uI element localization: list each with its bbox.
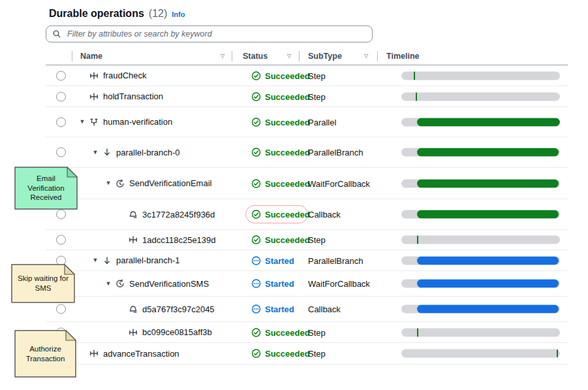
status-badge: Started bbox=[251, 279, 294, 289]
success-circle-icon bbox=[251, 210, 261, 219]
status-badge: Succeeded bbox=[251, 349, 310, 359]
status-label: Succeeded bbox=[265, 178, 310, 188]
operation-name: holdTransaction bbox=[103, 91, 163, 101]
table-row[interactable]: ▼ SendVerificationEmail Succeeded WaitFo… bbox=[46, 168, 568, 199]
step-icon bbox=[89, 71, 99, 81]
status-badge: Succeeded bbox=[251, 210, 310, 219]
expand-toggle-icon[interactable]: ▼ bbox=[104, 180, 112, 186]
subtype-label: Parallel bbox=[308, 117, 336, 127]
filter-box[interactable] bbox=[46, 25, 373, 42]
table-row[interactable]: ▼ advanceTransaction Succeeded Step bbox=[46, 343, 568, 365]
callback-wait-icon bbox=[115, 278, 125, 289]
callback-icon bbox=[128, 209, 138, 219]
expand-toggle-icon[interactable]: ▼ bbox=[91, 150, 99, 155]
table-row[interactable]: ▼ human-verification Succeeded Parallel bbox=[46, 107, 568, 137]
operation-name: 3c1772a8245f936d bbox=[142, 210, 215, 219]
table-row[interactable]: ▼ fraudCheck Succeeded Step bbox=[46, 65, 568, 86]
operation-name: parallel-branch-0 bbox=[116, 148, 180, 157]
expand-toggle-icon[interactable]: ▼ bbox=[91, 257, 99, 263]
operation-name: SendVerificationEmail bbox=[129, 178, 211, 188]
operation-name: human-verification bbox=[103, 117, 172, 127]
status-badge: Started bbox=[251, 304, 294, 314]
timeline-track bbox=[401, 305, 560, 314]
subtype-label: WaitForCallback bbox=[308, 178, 370, 188]
info-link[interactable]: Info bbox=[172, 10, 185, 18]
timeline-event-tick bbox=[416, 92, 417, 101]
success-circle-icon bbox=[251, 148, 261, 157]
subtype-label: ParallelBranch bbox=[308, 255, 364, 265]
column-header-name[interactable]: Name bbox=[80, 52, 102, 61]
expand-toggle-icon[interactable]: ▼ bbox=[104, 281, 112, 287]
annotation-note-text: Email Verification Received bbox=[14, 167, 78, 210]
sort-status-icon[interactable]: ▽ bbox=[287, 54, 291, 59]
success-circle-icon bbox=[251, 349, 261, 359]
filter-input[interactable] bbox=[66, 29, 366, 39]
annotation-note-text: Skip waiting for SMS bbox=[11, 264, 75, 303]
subtype-label: Step bbox=[308, 327, 326, 337]
timeline-progress-bar bbox=[417, 256, 558, 265]
timeline-track bbox=[401, 148, 560, 157]
timeline-track bbox=[401, 280, 560, 288]
success-circle-icon bbox=[251, 327, 261, 337]
timeline-track bbox=[401, 328, 560, 336]
in-progress-circle-icon bbox=[251, 255, 261, 265]
timeline-track bbox=[401, 179, 560, 187]
timeline-track bbox=[401, 118, 560, 126]
subtype-label: ParallelBranch bbox=[308, 148, 364, 157]
status-label: Started bbox=[265, 279, 294, 289]
status-badge: Succeeded bbox=[251, 235, 310, 245]
subtype-label: Step bbox=[308, 71, 326, 80]
subtype-label: Step bbox=[308, 91, 326, 101]
table-row[interactable]: ▼ d5a767f3c97c2045 Started Callback bbox=[46, 297, 568, 322]
table-row[interactable]: ▼ holdTransaction Succeeded Step bbox=[46, 86, 568, 107]
timeline-event-tick bbox=[417, 328, 418, 336]
table-row[interactable]: ▼ 1adcc118c25e139d Succeeded Step bbox=[46, 230, 568, 250]
timeline-progress-bar bbox=[417, 305, 558, 314]
operation-name: parallel-branch-1 bbox=[116, 255, 180, 265]
subtype-label: WaitForCallback bbox=[308, 279, 370, 289]
status-label: Succeeded bbox=[265, 71, 310, 80]
column-header-subtype[interactable]: SubType bbox=[308, 52, 342, 61]
table-row[interactable]: ▼ SendVerificationSMS Started WaitForCal… bbox=[46, 271, 568, 297]
callback-wait-icon bbox=[115, 178, 125, 189]
success-circle-icon bbox=[251, 178, 261, 188]
operation-name: SendVerificationSMS bbox=[129, 279, 209, 289]
timeline-progress-bar bbox=[417, 148, 558, 157]
in-progress-circle-icon bbox=[251, 279, 261, 289]
annotation-note-skip-sms: Skip waiting for SMS bbox=[11, 264, 75, 303]
status-label: Succeeded bbox=[265, 349, 310, 359]
sort-name-icon[interactable]: ▽ bbox=[221, 54, 224, 59]
table-row[interactable]: ▼ parallel-branch-0 Succeeded ParallelBr… bbox=[46, 137, 568, 168]
table-row[interactable]: ▼ bc099ce0815aff3b Succeeded Step bbox=[46, 322, 568, 343]
header-divider bbox=[377, 51, 378, 61]
step-icon bbox=[89, 348, 99, 359]
step-icon bbox=[128, 235, 138, 245]
status-label: Succeeded bbox=[265, 117, 310, 127]
timeline-track bbox=[401, 210, 560, 219]
step-icon bbox=[89, 91, 99, 102]
operation-name: fraudCheck bbox=[103, 71, 146, 80]
column-header-status[interactable]: Status bbox=[243, 52, 268, 61]
timeline-event-tick bbox=[417, 236, 418, 244]
header-divider bbox=[232, 51, 232, 61]
table-row[interactable]: ▼ parallel-branch-1 Started ParallelBran… bbox=[46, 250, 568, 271]
timeline-track bbox=[401, 256, 560, 265]
timeline-track bbox=[401, 92, 560, 101]
table-row[interactable]: ▼ 3c1772a8245f936d Succeeded Callback bbox=[46, 199, 568, 230]
timeline-event-tick bbox=[557, 349, 558, 358]
subtype-label: Step bbox=[308, 235, 326, 245]
expand-toggle-icon[interactable]: ▼ bbox=[78, 119, 86, 125]
status-label: Started bbox=[265, 304, 294, 314]
timeline-progress-bar bbox=[417, 210, 558, 219]
timeline-track bbox=[401, 71, 560, 80]
annotation-note-email-verification: Email Verification Received bbox=[14, 167, 78, 210]
subtype-label: Callback bbox=[308, 304, 341, 314]
subtype-label: Callback bbox=[308, 210, 341, 219]
operation-name: d5a767f3c97c2045 bbox=[142, 304, 215, 314]
header-divider bbox=[72, 51, 72, 61]
operation-name: bc099ce0815aff3b bbox=[142, 327, 212, 337]
header-divider bbox=[299, 51, 300, 61]
subtype-label: Step bbox=[308, 349, 326, 359]
search-icon bbox=[52, 29, 61, 39]
sort-subtype-icon[interactable]: ▽ bbox=[364, 54, 368, 59]
